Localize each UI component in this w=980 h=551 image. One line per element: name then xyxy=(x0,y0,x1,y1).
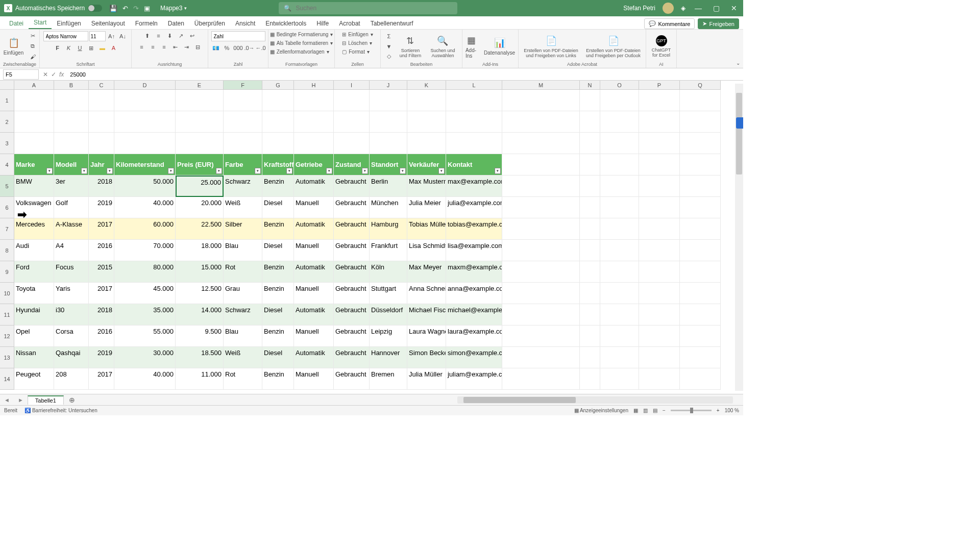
cell[interactable]: Toyota xyxy=(14,283,54,304)
view-break-icon[interactable]: ▤ xyxy=(653,408,657,413)
col-header[interactable]: F xyxy=(224,81,262,90)
cell[interactable]: Benzin xyxy=(262,325,294,347)
comments-button[interactable]: 💬 Kommentare xyxy=(644,18,695,29)
cell[interactable] xyxy=(580,176,600,197)
tab-daten[interactable]: Daten xyxy=(163,18,189,29)
cell[interactable] xyxy=(502,197,580,218)
zoom-level[interactable]: 100 % xyxy=(725,408,739,413)
tab-tabellenentwurf[interactable]: Tabellenentwurf xyxy=(365,18,419,29)
underline-button[interactable]: U xyxy=(75,43,85,53)
cell[interactable]: 40.000 xyxy=(114,197,176,218)
cell[interactable]: Gebraucht xyxy=(334,176,370,197)
cell[interactable] xyxy=(680,197,721,218)
view-normal-icon[interactable]: ▦ xyxy=(633,408,638,413)
cell[interactable]: Gebraucht xyxy=(334,347,370,368)
cell[interactable]: Verkäufer▾ xyxy=(407,154,446,176)
cell[interactable]: Kilometerstand▾ xyxy=(114,154,176,176)
cell[interactable]: Julia Meier xyxy=(407,197,446,218)
row-header[interactable]: 1 xyxy=(0,90,14,111)
cell[interactable] xyxy=(639,283,680,304)
cell[interactable]: michael@example.com xyxy=(446,304,502,325)
cell[interactable]: 3er xyxy=(54,176,89,197)
cell[interactable] xyxy=(502,111,580,133)
cell[interactable]: Blau xyxy=(224,240,262,261)
cell[interactable] xyxy=(224,90,262,111)
cell[interactable] xyxy=(600,176,639,197)
cell[interactable] xyxy=(580,240,600,261)
cell[interactable]: 2019 xyxy=(89,347,114,368)
cell[interactable]: Nissan xyxy=(14,347,54,368)
cell[interactable] xyxy=(580,90,600,111)
copy-icon[interactable]: ⧉ xyxy=(28,42,38,51)
cell[interactable] xyxy=(680,240,721,261)
cell[interactable]: Benzin xyxy=(262,218,294,240)
status-accessibility[interactable]: ♿ Barrierefreiheit: Untersuchen xyxy=(24,408,97,413)
cell[interactable] xyxy=(580,347,600,368)
collapse-ribbon-icon[interactable]: ⌄ xyxy=(736,60,740,66)
row-header[interactable]: 6 xyxy=(0,197,14,218)
sort-filter-button[interactable]: ⇅Sortieren und Filtern xyxy=(396,34,425,59)
cell[interactable] xyxy=(680,347,721,368)
cell[interactable] xyxy=(114,90,176,111)
zoom-slider[interactable] xyxy=(671,410,712,411)
cell[interactable] xyxy=(600,283,639,304)
chatgpt-button[interactable]: GPTChatGPT for Excel xyxy=(649,34,673,59)
cell[interactable]: Max Mustermann xyxy=(407,176,446,197)
cell[interactable]: Gebraucht xyxy=(334,218,370,240)
cell[interactable]: 15.000 xyxy=(176,261,224,283)
toggle-switch[interactable] xyxy=(88,5,102,12)
cell[interactable]: Gebraucht xyxy=(334,197,370,218)
cell[interactable] xyxy=(639,261,680,283)
cell[interactable] xyxy=(89,111,114,133)
cell[interactable] xyxy=(639,347,680,368)
cell[interactable]: Modell▾ xyxy=(54,154,89,176)
cell[interactable] xyxy=(502,240,580,261)
filter-icon[interactable]: ▾ xyxy=(326,168,332,174)
cell[interactable]: julia@example.com xyxy=(446,197,502,218)
col-header[interactable]: I xyxy=(334,81,370,90)
select-all-button[interactable] xyxy=(0,81,14,90)
cell[interactable] xyxy=(262,133,294,154)
italic-button[interactable]: K xyxy=(64,43,74,53)
cell[interactable]: 2017 xyxy=(89,283,114,304)
cell[interactable] xyxy=(680,368,721,390)
cell[interactable]: anna@example.com xyxy=(446,283,502,304)
col-header[interactable]: G xyxy=(262,81,294,90)
col-header[interactable]: B xyxy=(54,81,89,90)
avatar[interactable] xyxy=(663,3,674,14)
cell[interactable]: Anna Schneider xyxy=(407,283,446,304)
cell[interactable]: Berlin xyxy=(370,176,407,197)
cell[interactable] xyxy=(680,218,721,240)
cell[interactable] xyxy=(680,261,721,283)
cell[interactable] xyxy=(89,90,114,111)
grow-font-icon[interactable]: A↑ xyxy=(107,32,117,41)
currency-icon[interactable]: 💶 xyxy=(211,43,221,53)
col-header[interactable]: P xyxy=(639,81,680,90)
col-header[interactable]: J xyxy=(370,81,407,90)
align-right-icon[interactable]: ≡ xyxy=(159,42,169,52)
cell[interactable] xyxy=(680,283,721,304)
cell[interactable]: max@example.com xyxy=(446,176,502,197)
filter-icon[interactable]: ▾ xyxy=(168,168,174,174)
cell[interactable] xyxy=(600,197,639,218)
cell[interactable] xyxy=(600,304,639,325)
cell[interactable]: 70.000 xyxy=(114,240,176,261)
cell[interactable]: Manuell xyxy=(294,197,334,218)
cell[interactable]: Düsseldorf xyxy=(370,304,407,325)
row-header[interactable]: 7 xyxy=(0,218,14,240)
cell[interactable]: Automatik xyxy=(294,261,334,283)
col-header[interactable]: M xyxy=(502,81,580,90)
filter-icon[interactable]: ▾ xyxy=(400,168,406,174)
cell[interactable]: Frankfurt xyxy=(370,240,407,261)
indent-inc-icon[interactable]: ⇥ xyxy=(182,42,192,52)
cell[interactable] xyxy=(580,111,600,133)
cell[interactable] xyxy=(54,133,89,154)
cell[interactable] xyxy=(600,218,639,240)
cell[interactable] xyxy=(502,218,580,240)
col-header[interactable]: A xyxy=(14,81,54,90)
cell[interactable] xyxy=(502,261,580,283)
cell[interactable] xyxy=(680,176,721,197)
cell[interactable] xyxy=(502,347,580,368)
cell[interactable] xyxy=(680,90,721,111)
cell[interactable]: Laura Wagner xyxy=(407,325,446,347)
